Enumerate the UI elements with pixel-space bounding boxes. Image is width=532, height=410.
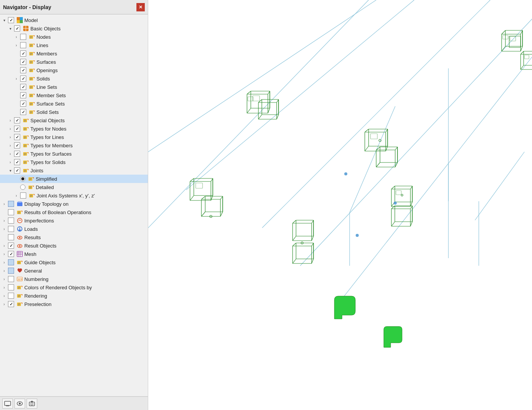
- radio-detailed[interactable]: [20, 184, 25, 190]
- checkbox-member-sets[interactable]: [20, 92, 26, 98]
- expand-arrow-basic-objects[interactable]: [8, 27, 13, 31]
- toolbar-eye-button[interactable]: [14, 399, 25, 408]
- tree-item-general[interactable]: General: [0, 266, 148, 275]
- checkbox-surface-sets[interactable]: [20, 101, 26, 107]
- tree-item-solid-sets[interactable]: Solid Sets: [0, 108, 148, 116]
- tree-item-member-sets[interactable]: Member Sets: [0, 91, 148, 99]
- expand-arrow-types-members[interactable]: [8, 144, 13, 148]
- checkbox-openings[interactable]: [20, 67, 26, 73]
- checkbox-guide-objects[interactable]: [8, 259, 14, 265]
- checkbox-special-objects[interactable]: [14, 117, 20, 123]
- tree-item-model[interactable]: Model: [0, 16, 148, 24]
- expand-arrow-joints[interactable]: [8, 169, 13, 173]
- tree-item-solids[interactable]: Solids: [0, 74, 148, 83]
- expand-arrow-mesh[interactable]: [2, 252, 7, 256]
- tree-item-colors-rendered[interactable]: Colors of Rendered Objects by: [0, 283, 148, 292]
- tree-item-rendering[interactable]: Rendering: [0, 292, 148, 300]
- tree-item-numbering[interactable]: 123Numbering: [0, 275, 148, 283]
- checkbox-lines[interactable]: [20, 42, 26, 48]
- checkbox-types-nodes[interactable]: [14, 126, 20, 132]
- checkbox-loads[interactable]: [8, 226, 14, 232]
- expand-arrow-loads[interactable]: [2, 227, 7, 231]
- checkbox-mesh[interactable]: [8, 251, 14, 257]
- tree-item-nodes[interactable]: Nodes: [0, 33, 148, 41]
- checkbox-imperfections[interactable]: [8, 218, 14, 224]
- checkbox-types-members[interactable]: [14, 142, 20, 148]
- checkbox-types-solids[interactable]: [14, 159, 20, 165]
- label-display-topology: Display Topology on: [24, 201, 68, 207]
- tree-item-lines[interactable]: Lines: [0, 41, 148, 49]
- checkbox-results-boolean[interactable]: [8, 209, 14, 215]
- expand-arrow-preselection[interactable]: [2, 302, 7, 306]
- expand-arrow-result-objects[interactable]: [2, 244, 7, 248]
- checkbox-general[interactable]: [8, 268, 14, 274]
- expand-arrow-numbering[interactable]: [2, 277, 7, 281]
- tree-item-types-surfaces[interactable]: Types for Surfaces: [0, 150, 148, 158]
- tree-item-surface-sets[interactable]: Surface Sets: [0, 99, 148, 108]
- checkbox-joint-axis[interactable]: [20, 192, 26, 199]
- tree-item-results-boolean[interactable]: Results of Boolean Operations: [0, 208, 148, 216]
- svg-marker-58: [27, 119, 28, 120]
- expand-arrow-rendering[interactable]: [2, 294, 7, 298]
- expand-arrow-types-nodes[interactable]: [8, 127, 13, 131]
- checkbox-basic-objects[interactable]: [14, 25, 20, 32]
- checkbox-surfaces[interactable]: [20, 59, 26, 65]
- checkbox-result-objects[interactable]: [8, 243, 14, 249]
- checkbox-members[interactable]: [20, 50, 26, 57]
- tree-item-preselection[interactable]: Preselection: [0, 300, 148, 308]
- checkbox-solid-sets[interactable]: [20, 109, 26, 115]
- checkbox-numbering[interactable]: [8, 276, 14, 282]
- expand-arrow-solids[interactable]: [14, 77, 19, 81]
- checkbox-types-surfaces[interactable]: [14, 151, 20, 157]
- tree-item-mesh[interactable]: Mesh: [0, 250, 148, 258]
- checkbox-colors-rendered[interactable]: [8, 284, 14, 290]
- toolbar-camera-button[interactable]: [27, 399, 37, 408]
- tree-item-simplified[interactable]: Simplified: [0, 175, 148, 183]
- expand-arrow-imperfections[interactable]: [2, 219, 7, 223]
- checkbox-results[interactable]: [8, 234, 14, 240]
- tree-item-guide-objects[interactable]: Guide Objects: [0, 258, 148, 266]
- checkbox-line-sets[interactable]: [20, 84, 26, 90]
- expand-arrow-model[interactable]: [2, 18, 7, 22]
- expand-arrow-special-objects[interactable]: [8, 118, 13, 123]
- tree-item-surfaces[interactable]: Surfaces: [0, 58, 148, 66]
- tree-item-results[interactable]: Results: [0, 233, 148, 241]
- expand-arrow-guide-objects[interactable]: [2, 260, 7, 265]
- close-button[interactable]: ✕: [136, 3, 145, 11]
- tree-item-result-objects[interactable]: Result Objects: [0, 241, 148, 250]
- expand-arrow-types-surfaces[interactable]: [8, 152, 13, 156]
- expand-arrow-lines[interactable]: [14, 43, 19, 47]
- expand-arrow-joint-axis[interactable]: [14, 194, 19, 198]
- tree-item-types-lines[interactable]: Types for Lines: [0, 133, 148, 141]
- tree-item-joint-axis[interactable]: Joint Axis Systems x', y', z': [0, 191, 148, 200]
- tree-item-types-solids[interactable]: Types for Solids: [0, 158, 148, 166]
- tree-item-imperfections[interactable]: Imperfections: [0, 216, 148, 225]
- tree-item-joints[interactable]: Joints: [0, 166, 148, 175]
- tree-item-members[interactable]: Members: [0, 49, 148, 58]
- expand-arrow-display-topology[interactable]: [2, 202, 7, 206]
- checkbox-preselection[interactable]: [8, 301, 14, 307]
- tree-item-loads[interactable]: Loads: [0, 225, 148, 233]
- expand-arrow-types-lines[interactable]: [8, 135, 13, 139]
- expand-arrow-nodes[interactable]: [14, 35, 19, 39]
- checkbox-rendering[interactable]: [8, 293, 14, 299]
- checkbox-nodes[interactable]: [20, 34, 26, 40]
- toolbar-display-button[interactable]: [2, 399, 13, 408]
- expand-arrow-colors-rendered[interactable]: [2, 285, 7, 290]
- tree-item-openings[interactable]: Openings: [0, 66, 148, 74]
- tree-item-types-nodes[interactable]: Types for Nodes: [0, 125, 148, 133]
- checkbox-model[interactable]: [8, 17, 14, 23]
- tree-item-line-sets[interactable]: Line Sets: [0, 83, 148, 91]
- tree-item-types-members[interactable]: Types for Members: [0, 141, 148, 150]
- tree-item-special-objects[interactable]: Special Objects: [0, 116, 148, 125]
- checkbox-types-lines[interactable]: [14, 134, 20, 140]
- checkbox-display-topology[interactable]: [8, 201, 14, 207]
- checkbox-solids[interactable]: [20, 76, 26, 82]
- expand-arrow-types-solids[interactable]: [8, 160, 13, 164]
- tree-item-display-topology[interactable]: Display Topology on: [0, 200, 148, 208]
- checkbox-joints[interactable]: [14, 167, 20, 173]
- radio-simplified[interactable]: [20, 176, 25, 181]
- tree-item-detailed[interactable]: Detailed: [0, 183, 148, 191]
- expand-arrow-general[interactable]: [2, 269, 7, 273]
- tree-item-basic-objects[interactable]: Basic Objects: [0, 24, 148, 33]
